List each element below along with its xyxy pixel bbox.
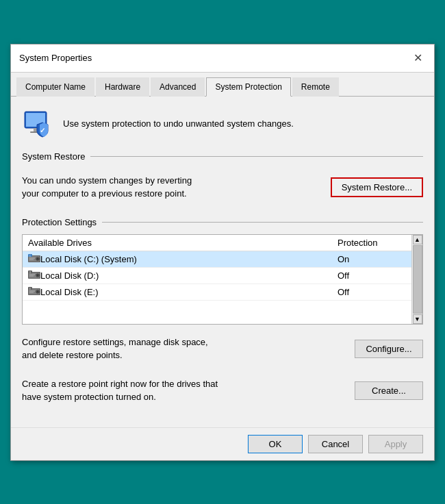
ok-button[interactable]: OK <box>248 435 303 453</box>
protection-settings-section: Protection Settings Available Drives Pro… <box>22 217 423 407</box>
svg-rect-10 <box>29 260 34 260</box>
col-available-drives: Available Drives <box>28 238 338 248</box>
system-restore-button[interactable]: System Restore... <box>331 177 423 197</box>
tab-remote[interactable]: Remote <box>292 77 339 97</box>
window-title: System Properties <box>19 53 92 63</box>
svg-rect-18 <box>29 276 34 277</box>
tab-advanced[interactable]: Advanced <box>151 77 205 97</box>
drives-scrollbar[interactable]: ▲ ▼ <box>411 235 422 324</box>
create-button[interactable]: Create... <box>355 381 423 400</box>
title-bar: System Properties ✕ <box>11 45 434 73</box>
cancel-button[interactable]: Cancel <box>308 435 363 453</box>
close-button[interactable]: ✕ <box>409 50 426 66</box>
table-row[interactable]: D Local Disk (D:) Off <box>23 268 411 284</box>
svg-rect-9 <box>29 258 35 259</box>
configure-description: Configure restore settings, manage disk … <box>22 336 346 362</box>
drives-table-header: Available Drives Protection <box>23 235 411 251</box>
protection-settings-title: Protection Settings <box>22 217 97 227</box>
drive-d-protection: Off <box>338 270 406 281</box>
configure-row: Configure restore settings, manage disk … <box>22 333 423 365</box>
restore-content: You can undo system changes by reverting… <box>22 168 423 206</box>
table-row[interactable]: E Local Disk (E:) Off <box>23 284 411 301</box>
system-properties-window: System Properties ✕ Computer Name Hardwa… <box>10 44 435 461</box>
local-disk-d-icon: D <box>28 270 40 280</box>
scroll-up-button[interactable]: ▲ <box>413 235 422 244</box>
dialog-button-row: OK Cancel Apply <box>11 427 434 460</box>
svg-rect-26 <box>29 292 34 293</box>
restore-description: You can undo system changes by reverting… <box>22 174 322 201</box>
tab-hardware[interactable]: Hardware <box>96 77 149 97</box>
svg-point-24 <box>37 291 38 292</box>
local-disk-c-icon: C <box>28 254 40 264</box>
col-protection-header: Protection <box>338 238 406 248</box>
svg-point-16 <box>37 275 38 276</box>
system-restore-title: System Restore <box>22 151 85 162</box>
drive-d-label: Local Disk (D:) <box>40 270 338 281</box>
create-description: Create a restore point right now for the… <box>22 377 346 404</box>
svg-text:✓: ✓ <box>40 127 45 134</box>
table-row[interactable]: C Local Disk (C:) (System) On <box>23 251 411 268</box>
drive-c-label: Local Disk (C:) (System) <box>40 254 338 264</box>
drive-e-label: Local Disk (E:) <box>40 287 338 297</box>
info-row: ✓ Use system protection to undo unwanted… <box>22 108 423 140</box>
svg-point-8 <box>37 258 38 260</box>
apply-button[interactable]: Apply <box>368 435 423 453</box>
system-restore-section: System Restore You can undo system chang… <box>22 151 423 206</box>
tab-bar: Computer Name Hardware Advanced System P… <box>11 73 434 97</box>
configure-button[interactable]: Configure... <box>355 340 423 358</box>
scroll-down-button[interactable]: ▼ <box>413 314 422 324</box>
local-disk-e-icon: E <box>28 287 40 297</box>
tab-computer-name[interactable]: Computer Name <box>16 77 94 97</box>
system-restore-header: System Restore <box>22 151 423 162</box>
create-row: Create a restore point right now for the… <box>22 375 423 407</box>
svg-rect-25 <box>29 291 35 292</box>
scroll-thumb[interactable] <box>413 245 422 314</box>
tab-content: ✓ Use system protection to undo unwanted… <box>11 97 434 427</box>
section-divider-2 <box>102 222 423 223</box>
info-description: Use system protection to undo unwanted s… <box>63 118 294 129</box>
svg-rect-17 <box>29 275 35 275</box>
section-divider <box>90 156 423 157</box>
tab-system-protection[interactable]: System Protection <box>206 77 290 97</box>
computer-shield-icon: ✓ <box>22 108 55 140</box>
drives-list: Available Drives Protection <box>23 235 411 324</box>
svg-text:E: E <box>29 288 31 290</box>
protection-settings-header: Protection Settings <box>22 217 423 227</box>
drives-table: Available Drives Protection <box>22 234 423 325</box>
drive-e-protection: Off <box>338 287 406 297</box>
drive-c-protection: On <box>338 254 406 264</box>
drives-table-inner: Available Drives Protection <box>23 235 422 324</box>
